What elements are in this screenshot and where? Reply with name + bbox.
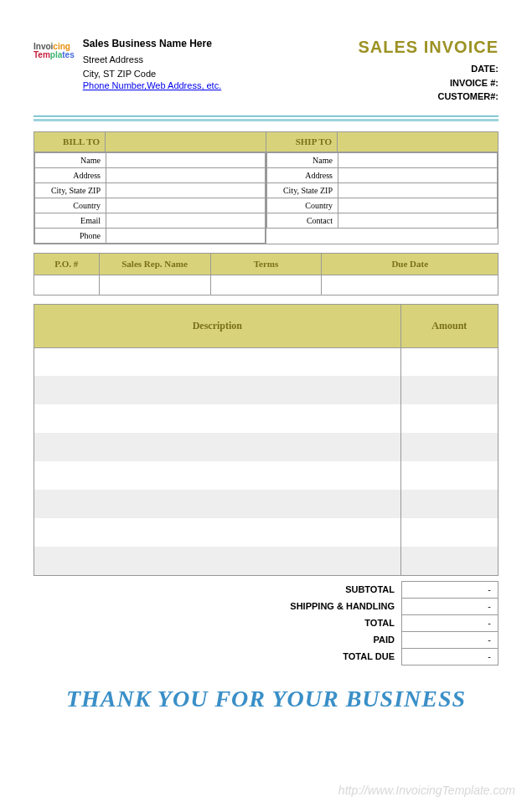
divider-bottom — [34, 119, 498, 121]
ship-contact-value[interactable] — [338, 213, 498, 228]
bill-address-label: Address — [35, 167, 106, 182]
invoice-page: InvoicingTemplates Sales Business Name H… — [0, 0, 532, 712]
ship-country-value[interactable] — [338, 198, 498, 213]
sales-rep-header: Sales Rep. Name — [99, 253, 210, 275]
total-due-label: TOTAL DUE — [34, 648, 402, 665]
business-info: Sales Business Name Here Street Address … — [83, 38, 222, 104]
total-value: - — [402, 614, 498, 631]
bill-country-value[interactable] — [106, 198, 266, 213]
due-date-header: Due Date — [322, 253, 498, 275]
logo: InvoicingTemplates — [34, 38, 75, 104]
ship-contact-label: Contact — [267, 213, 338, 228]
invoice-title: SALES INVOICE — [359, 38, 498, 57]
description-header: Description — [34, 304, 401, 347]
bill-name-label: Name — [35, 152, 106, 167]
subtotal-label: SUBTOTAL — [34, 581, 402, 598]
address-table: BILL TO SHIP TO Name Address City, State… — [34, 131, 498, 244]
bill-email-value[interactable] — [106, 213, 266, 228]
due-date-value[interactable] — [322, 275, 498, 295]
header: InvoicingTemplates Sales Business Name H… — [34, 38, 498, 104]
amount-header: Amount — [400, 304, 498, 347]
total-label: TOTAL — [34, 614, 402, 631]
bill-country-label: Country — [35, 198, 106, 213]
bill-email-label: Email — [35, 213, 106, 228]
date-label: DATE: — [359, 62, 498, 76]
meta-table: P.O. # Sales Rep. Name Terms Due Date — [34, 253, 498, 296]
po-header: P.O. # — [34, 253, 100, 275]
bill-phone-label: Phone — [35, 228, 106, 243]
watermark: http://www.InvoicingTemplate.com — [338, 784, 515, 797]
invoice-number-label: INVOICE #: — [359, 76, 498, 90]
totals-table: SUBTOTAL- SHIPPING & HANDLING- TOTAL- PA… — [34, 581, 498, 666]
street-address: Street Address — [83, 53, 222, 67]
subtotal-value: - — [402, 581, 498, 598]
item-row[interactable] — [34, 461, 498, 490]
thank-you-message: THANK YOU FOR YOUR BUSINESS — [34, 686, 498, 712]
ship-address-label: Address — [267, 167, 338, 182]
business-name: Sales Business Name Here — [83, 38, 222, 49]
total-due-value: - — [402, 648, 498, 665]
bill-phone-value[interactable] — [106, 228, 266, 243]
ship-name-value[interactable] — [338, 152, 498, 167]
ship-name-label: Name — [267, 152, 338, 167]
terms-header: Terms — [210, 253, 322, 275]
shipping-label: SHIPPING & HANDLING — [34, 598, 402, 614]
contact-link[interactable]: Phone Number,Web Address, etc. — [83, 80, 222, 90]
item-row[interactable] — [34, 433, 498, 461]
shipping-value: - — [402, 598, 498, 614]
ship-csz-value[interactable] — [338, 182, 498, 198]
terms-value[interactable] — [210, 275, 322, 295]
header-left: InvoicingTemplates Sales Business Name H… — [34, 38, 221, 104]
item-row[interactable] — [34, 518, 498, 547]
bill-csz-value[interactable] — [106, 182, 266, 198]
item-row[interactable] — [34, 547, 498, 575]
item-row[interactable] — [34, 490, 498, 518]
bill-csz-label: City, State ZIP — [35, 182, 106, 198]
bill-address-value[interactable] — [106, 167, 266, 182]
header-right: SALES INVOICE DATE: INVOICE #: CUSTOMER#… — [359, 38, 498, 104]
divider-top — [34, 116, 498, 117]
ship-country-label: Country — [267, 198, 338, 213]
item-row[interactable] — [34, 376, 498, 404]
ship-csz-label: City, State ZIP — [267, 182, 338, 198]
city-state-zip: City, ST ZIP Code — [83, 67, 222, 81]
item-row[interactable] — [34, 347, 498, 376]
sales-rep-value[interactable] — [99, 275, 210, 295]
bill-name-value[interactable] — [106, 152, 266, 167]
item-row[interactable] — [34, 404, 498, 433]
items-table: Description Amount — [34, 304, 498, 576]
bill-to-header: BILL TO — [34, 131, 106, 152]
ship-to-header: SHIP TO — [266, 131, 338, 152]
po-value[interactable] — [34, 275, 100, 295]
paid-label: PAID — [34, 631, 402, 648]
ship-address-value[interactable] — [338, 167, 498, 182]
customer-number-label: CUSTOMER#: — [359, 90, 498, 104]
paid-value: - — [402, 631, 498, 648]
